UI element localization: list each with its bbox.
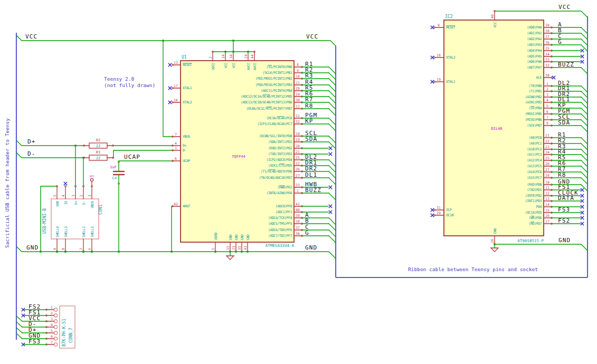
ic2-gnd-wire [495, 244, 587, 251]
pin-name: (SCK)PB7 [527, 123, 542, 128]
schematic-page: VCC VCC VCC GND GND GND D+ D- UCAP VCC U… [0, 0, 597, 364]
c4-reference: C4 [112, 176, 117, 180]
pin-name: AVCC [247, 62, 251, 70]
u1-part-name: ATMEGA32U4-A [266, 243, 295, 248]
bus-entry [329, 79, 336, 85]
pin-number: 23 [232, 246, 236, 250]
pin-name: UVCC [211, 62, 215, 70]
bus-entry [329, 109, 336, 116]
pin-name: (ADC5/TMS)PF5 [268, 222, 292, 226]
pin-name: (SS/PCINT0)PB0 [266, 65, 292, 69]
pin-number: 13 [174, 61, 178, 65]
conn7-pin-circle [54, 331, 57, 334]
pin-number: 9 [438, 23, 440, 27]
pin-number: 42 [174, 202, 178, 206]
pin-number: 39 [296, 214, 300, 218]
con1-reference: CON1 [98, 205, 103, 215]
pin-name: (PDO/MISO/PCINT3)PB3 [255, 83, 292, 87]
bus-entry [329, 224, 336, 231]
junction-dot [56, 251, 58, 253]
pin-name: UCAP [183, 159, 190, 163]
ic2-vcc-wire [495, 11, 587, 17]
pin-number: 4 [51, 323, 53, 327]
pin-number: 43 [243, 246, 248, 250]
bus-entry [329, 166, 336, 173]
net-label: KP [305, 118, 313, 124]
bus-entry [581, 114, 587, 120]
pin-number: 7 [175, 132, 177, 137]
junction-dot [224, 51, 226, 53]
c4-value: 1uF [110, 165, 117, 169]
pin-number: 19 [296, 138, 300, 142]
pin-name: (ADC13/OC1B/OC4B/PCINT13)PB6 [241, 100, 292, 104]
r3-reference: R3 [96, 150, 100, 155]
pin-name: GND [234, 234, 239, 240]
net-label-dminus: D- [27, 150, 35, 157]
pin-number: 37 [545, 35, 549, 39]
junction-dot [247, 51, 249, 53]
con1-part-name: USB-MINI-B [42, 208, 47, 234]
junction-dot [118, 251, 120, 253]
junction-dot [241, 251, 243, 253]
pin-number: 39 [545, 23, 549, 27]
net-label: DATA [558, 195, 574, 202]
dminus-wire-a [16, 152, 84, 158]
pin-name: GND [240, 234, 244, 240]
pin-name: (A15)PC7 [527, 176, 542, 180]
pin-number: 29 [437, 211, 441, 215]
bus-entry [329, 193, 336, 200]
pin-number: 36 [296, 232, 300, 236]
net-label: G [558, 39, 562, 45]
aref-gnd-wire [172, 206, 173, 252]
pin-number: 34 [229, 54, 233, 59]
net-label-vcc: VCC [306, 33, 318, 40]
bus-entry [581, 166, 587, 173]
pin-name: XTAL1 [183, 86, 192, 90]
bus-entry [581, 143, 587, 150]
bus-entry [581, 172, 587, 178]
pin-number: 26 [545, 162, 549, 166]
pin-name: SHELL4 [55, 226, 60, 237]
net-label-gnd: GND [558, 237, 571, 244]
ic2-reference: IC2 [445, 14, 453, 19]
pin-name: (ICP2/ADC8)PD4 [267, 158, 292, 162]
junction-dot [232, 51, 234, 53]
pin-number: 9 [53, 248, 57, 250]
r2-value: 22 [96, 144, 100, 148]
junction-dot [235, 251, 237, 253]
pin-name: (AD0)PA0 [527, 25, 542, 30]
pin-name: (RD)PD7 [529, 222, 542, 226]
junction-dot [247, 251, 249, 253]
bus-entry [581, 108, 587, 114]
net-label: R8 [305, 102, 313, 109]
vcc-power-symbol [90, 178, 93, 181]
bus-entry [581, 160, 587, 167]
junction-dot [40, 251, 42, 253]
pin-number: 37 [296, 226, 300, 230]
pin-name: (INT1)PD3 [525, 199, 542, 203]
pin-name: (AD4)PA4 [527, 49, 542, 53]
pin-number: 5 [546, 104, 548, 108]
pin-number: 1 [546, 82, 548, 86]
pin-name: XTAL1 [446, 80, 456, 84]
pin-name: (A10)PC2 [527, 147, 542, 151]
net-label: DL1 [305, 171, 317, 178]
pin-name: D- [82, 201, 86, 205]
pin-number: 16 [545, 214, 549, 218]
pin-name: (ICP3/CLK0/OC4A)PC7 [257, 122, 292, 126]
pin-name: UGND [214, 233, 218, 240]
pin-number: 5 [51, 329, 53, 333]
net-label-vcc: VCC [558, 4, 571, 11]
bus-entry [581, 91, 587, 98]
bus-entry [581, 149, 587, 156]
pin-name: (AD2)PA2 [527, 37, 542, 41]
pin-name: D+ [74, 200, 78, 204]
net-label: FS3 [29, 338, 41, 345]
dplus-wire-a [16, 140, 84, 146]
bus-entry [16, 333, 22, 339]
pin-number: 20 [490, 239, 495, 243]
bus-entry [329, 118, 336, 125]
pin-name: (OC1A)PD5 [525, 210, 542, 215]
bus-entry [581, 138, 587, 144]
pin-number: 33 [545, 58, 549, 62]
